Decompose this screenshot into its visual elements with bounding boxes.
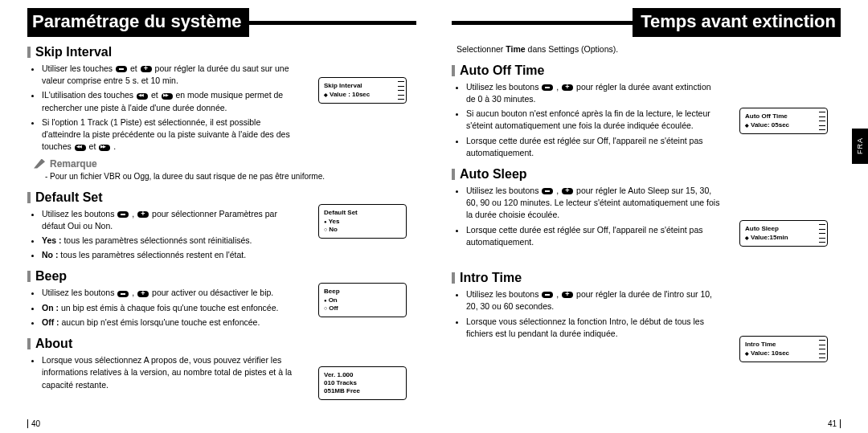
page-number-left: 40 — [27, 419, 40, 428]
lcd-auto-off: Auto Off Time Value: 05sec — [739, 108, 828, 134]
list-item: Utilisez les boutons , pour activer ou d… — [42, 287, 297, 299]
page-number-right: 41 — [828, 419, 841, 428]
plus-icon — [137, 291, 149, 297]
list-item: No : tous les paramètres sélectionnés re… — [42, 249, 297, 261]
plus-icon — [562, 188, 573, 194]
lcd-title: Auto Off Time — [745, 112, 822, 121]
auto-sleep-list: Utilisez les boutons , pour régler le Au… — [452, 185, 721, 248]
list-item: Off : aucun bip n'est émis lorsqu'une to… — [42, 317, 297, 329]
list-item: Si l'option 1 Track (1 Piste) est sélect… — [42, 116, 297, 153]
page-header-left: Paramétrage du système — [27, 8, 416, 37]
section-title: Default Set — [35, 190, 103, 205]
rewind-icon — [137, 93, 148, 100]
default-set-list: Utilisez les boutons , pour sélectionner… — [27, 208, 297, 262]
lcd-title: Skip Interval — [324, 82, 401, 90]
heading-bar-icon — [27, 338, 31, 349]
list-item: Yes : tous les paramètres sélectionnés s… — [42, 235, 297, 247]
pencil-icon — [34, 159, 45, 169]
heading-bar-icon — [27, 271, 31, 282]
lcd-about: Ver. 1.000 010 Tracks 051MB Free — [318, 366, 407, 400]
minus-icon — [542, 188, 553, 194]
list-item: Utilisez les boutons , pour régler le Au… — [466, 185, 721, 222]
lcd-line: 051MB Free — [324, 387, 401, 395]
lcd-option: Yes — [324, 218, 401, 226]
minus-icon — [117, 211, 129, 218]
list-item: On : un bip est émis à chaque fois qu'un… — [42, 302, 297, 314]
header-stripe — [452, 21, 633, 25]
heading-bar-icon — [27, 192, 31, 203]
section-title: Beep — [35, 269, 67, 284]
lcd-default-set: Default Set Yes No — [318, 204, 407, 239]
intro-line: Selectionner Time dans Settings (Options… — [457, 43, 841, 55]
header-title-left: Paramétrage du système — [27, 8, 249, 37]
skip-interval-list: Utiliser les touches et pour régler la d… — [27, 63, 297, 153]
header-stripe — [249, 21, 416, 25]
heading-bar-icon — [452, 65, 455, 76]
about-list: Lorsque vous sélectionnez A propos de, v… — [27, 354, 297, 391]
section-intro-time: Intro Time — [452, 271, 841, 285]
lcd-auto-sleep: Auto Sleep Value:15min — [739, 220, 828, 247]
lcd-option: No — [324, 226, 401, 234]
heading-bar-icon — [27, 47, 31, 58]
forward-icon — [162, 93, 173, 100]
list-item: Lorsque cette durée est réglée sur Off, … — [466, 135, 721, 159]
lcd-value: Value: 05sec — [745, 121, 822, 129]
lcd-option: Off — [324, 304, 401, 312]
lcd-value: Value: 10sec — [745, 349, 822, 357]
section-title: About — [35, 337, 72, 351]
section-default-set: Default Set — [27, 190, 416, 205]
heading-bar-icon — [452, 169, 455, 180]
lcd-title: Default Set — [324, 209, 401, 217]
intro-time-list: Utilisez les boutons , pour régler la du… — [452, 288, 721, 340]
list-item: Si aucun bouton n'est enfoncé après la f… — [466, 108, 721, 132]
lcd-line: 010 Tracks — [324, 379, 401, 387]
list-item: Utilisez les boutons , pour régler la du… — [466, 81, 721, 105]
note-title: Remarque — [50, 158, 97, 170]
minus-icon — [116, 66, 127, 72]
section-auto-off: Auto Off Time — [452, 63, 841, 78]
note-heading: Remarque — [34, 158, 416, 170]
list-item: Lorsque vous sélectionnez la fonction In… — [466, 316, 721, 340]
section-title: Intro Time — [460, 271, 522, 285]
list-item: IL'utilisation des touches et en mode mu… — [42, 89, 297, 113]
lcd-value: Value : 10sec — [324, 91, 401, 99]
section-skip-interval: Skip Interval — [27, 45, 416, 59]
auto-off-list: Utilisez les boutons , pour régler la du… — [452, 81, 721, 159]
lcd-title: Auto Sleep — [745, 225, 822, 233]
list-item: Utilisez les boutons , pour régler la du… — [466, 288, 721, 312]
rewind-icon — [75, 145, 86, 151]
note-body: Pour un fichier VBR ou Ogg, la duree du … — [45, 171, 334, 182]
minus-icon — [542, 84, 553, 91]
section-title: Auto Off Time — [460, 63, 544, 78]
section-beep: Beep — [27, 269, 416, 284]
plus-icon — [137, 211, 149, 218]
lcd-value: Value:15min — [745, 234, 822, 242]
plus-icon — [141, 66, 152, 72]
heading-bar-icon — [452, 272, 455, 284]
lcd-skip-interval: Skip Interval Value : 10sec — [318, 77, 407, 104]
lcd-title: Beep — [324, 288, 401, 296]
minus-icon — [542, 292, 553, 298]
list-item: Utilisez les boutons , pour sélectionner… — [42, 208, 297, 232]
plus-icon — [562, 84, 573, 91]
forward-icon — [99, 145, 110, 151]
list-item: Utiliser les touches et pour régler la d… — [42, 63, 297, 87]
lcd-title: Intro Time — [745, 341, 822, 349]
beep-list: Utilisez les boutons , pour activer ou d… — [27, 287, 297, 329]
list-item: Lorsque vous sélectionnez A propos de, v… — [42, 354, 297, 391]
lcd-intro-time: Intro Time Value: 10sec — [739, 336, 828, 362]
section-title: Auto Sleep — [460, 167, 527, 182]
minus-icon — [117, 291, 129, 297]
lcd-option: On — [324, 296, 401, 304]
section-auto-sleep: Auto Sleep — [452, 167, 841, 182]
plus-icon — [562, 292, 573, 298]
header-title-right: Temps avant extinction — [633, 8, 841, 37]
lcd-beep: Beep On Off — [318, 283, 407, 317]
list-item: Lorsque cette durée est réglée sur Off, … — [466, 224, 721, 248]
section-title: Skip Interval — [35, 45, 112, 59]
language-tab: FRA — [852, 129, 868, 164]
section-about: About — [27, 337, 416, 351]
page-header-right: Temps avant extinction — [452, 8, 841, 37]
lcd-line: Ver. 1.000 — [324, 371, 401, 379]
